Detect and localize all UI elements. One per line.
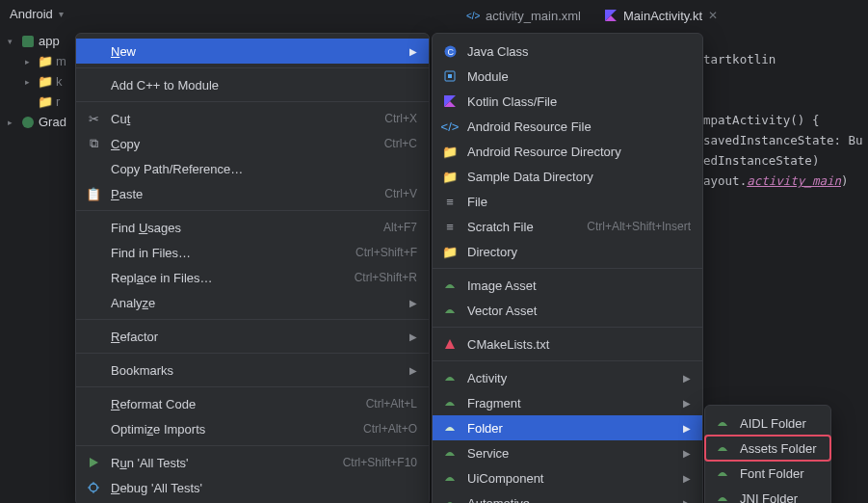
chevron-right-icon: ▶ xyxy=(409,46,417,57)
menu-item-android-resource-directory[interactable]: 📁 Android Resource Directory xyxy=(433,139,702,164)
separator xyxy=(76,445,429,446)
file-icon: ≡ xyxy=(442,195,458,209)
debug-icon xyxy=(86,482,101,493)
chevron-right-icon: ▶ xyxy=(683,423,691,434)
menu-item-cut[interactable]: ✂ CutCut Ctrl+X xyxy=(76,106,429,131)
menu-item-aidl-folder[interactable]: AIDL Folder xyxy=(705,410,830,436)
svg-rect-0 xyxy=(22,36,34,47)
menu-item-activity[interactable]: Activity ▶ xyxy=(433,365,702,390)
menu-item-debug-all-tests[interactable]: Debug 'All Tests'Debug 'All Tests' xyxy=(76,475,429,500)
menu-item-service[interactable]: Service ▶ xyxy=(433,440,702,465)
folder-icon: 📁 xyxy=(442,170,458,184)
chevron-down-icon: ▾ xyxy=(8,37,17,46)
chevron-right-icon: ▶ xyxy=(409,331,417,342)
svg-text:C: C xyxy=(447,47,454,57)
chevron-right-icon: ▸ xyxy=(25,57,35,66)
menu-item-uicomponent[interactable]: UiComponent ▶ xyxy=(433,465,702,490)
project-selector[interactable]: Android xyxy=(10,7,53,21)
gradle-icon xyxy=(21,116,35,129)
cmake-icon xyxy=(442,338,458,350)
svg-text:</>: </> xyxy=(466,11,480,21)
menu-item-refactor[interactable]: RefactorRefactor ▶ xyxy=(76,324,429,349)
chevron-right-icon: ▶ xyxy=(683,498,691,504)
folder-icon: 📁 xyxy=(442,245,458,259)
kotlin-icon xyxy=(604,9,618,22)
separator xyxy=(433,360,702,361)
menu-item-module[interactable]: Module xyxy=(433,64,702,89)
android-icon xyxy=(442,447,458,459)
scratch-file-icon: ≡ xyxy=(442,220,458,234)
menu-item-android-resource-file[interactable]: </> Android Resource File xyxy=(433,114,702,139)
menu-item-vector-asset[interactable]: Vector Asset xyxy=(433,298,702,323)
folder-icon: 📁 xyxy=(39,74,52,89)
copy-icon: ⧉ xyxy=(86,136,101,151)
tab-main-activity-kt[interactable]: MainActivity.kt ✕ xyxy=(594,5,727,27)
chevron-right-icon: ▶ xyxy=(409,365,417,376)
svg-marker-5 xyxy=(90,458,98,467)
menu-item-automotive[interactable]: Automotive ▶ xyxy=(433,490,702,503)
menu-item-java-class[interactable]: C Java Class xyxy=(433,39,702,64)
android-icon xyxy=(442,497,458,503)
java-class-icon: C xyxy=(442,45,458,58)
menu-item-copy[interactable]: ⧉ CopyCopy Ctrl+C xyxy=(76,131,429,156)
menu-item-directory[interactable]: 📁 Directory xyxy=(433,239,702,264)
separator xyxy=(76,319,429,320)
menu-item-optimize-imports[interactable]: Optimize ImportsOptimize Imports Ctrl+Al… xyxy=(76,416,429,441)
chevron-right-icon: ▶ xyxy=(683,473,691,484)
menu-item-find-in-files[interactable]: Find in Files… Ctrl+Shift+F xyxy=(76,240,429,265)
close-icon[interactable]: ✕ xyxy=(708,9,718,22)
menu-item-paste[interactable]: 📋 PastePaste Ctrl+V xyxy=(76,181,429,206)
folder-icon: 📁 xyxy=(39,54,52,68)
menu-item-add-cpp[interactable]: Add C++ to Module xyxy=(76,72,429,97)
menu-item-new[interactable]: NNewew ▶ xyxy=(76,39,429,64)
tab-activity-main-xml[interactable]: </> activity_main.xml xyxy=(457,5,591,27)
menu-item-fragment[interactable]: Fragment ▶ xyxy=(433,390,702,415)
menu-item-run-all-tests[interactable]: Run 'All Tests'Run 'All Tests' Ctrl+Shif… xyxy=(76,450,429,475)
tree-label: r xyxy=(56,94,60,109)
menu-item-assets-folder[interactable]: Assets Folder xyxy=(705,436,830,461)
android-icon xyxy=(442,372,458,384)
menu-item-analyze[interactable]: AnalyzeAnalyze ▶ xyxy=(76,290,429,315)
android-icon xyxy=(715,442,730,454)
android-icon xyxy=(442,472,458,484)
menu-item-scratch-file[interactable]: ≡ Scratch File Ctrl+Alt+Shift+Insert xyxy=(433,214,702,239)
svg-point-1 xyxy=(22,117,34,128)
menu-item-find-usages[interactable]: Find UsagesFind Usages Alt+F7 xyxy=(76,215,429,240)
xml-icon: </> xyxy=(442,119,458,134)
menu-item-sample-data-directory[interactable]: 📁 Sample Data Directory xyxy=(433,164,702,189)
folder-icon: 📁 xyxy=(442,145,458,159)
menu-item-copy-path[interactable]: Copy Path/Reference… xyxy=(76,156,429,181)
folder-submenu: AIDL Folder Assets Folder Font Folder JN… xyxy=(704,405,831,503)
editor-area[interactable]: tartkotlin mpatActivity() { savedInstanc… xyxy=(703,29,864,191)
separator xyxy=(76,353,429,354)
separator xyxy=(433,327,702,328)
android-icon xyxy=(715,492,730,503)
scissors-icon: ✂ xyxy=(86,112,101,126)
clipboard-icon: 📋 xyxy=(86,187,101,201)
menu-item-font-folder[interactable]: Font Folder xyxy=(705,461,830,486)
separator xyxy=(76,386,429,387)
menu-item-file[interactable]: ≡ File xyxy=(433,189,702,214)
menu-item-cmakelists[interactable]: CMakeLists.txt xyxy=(433,331,702,357)
xml-icon: </> xyxy=(466,9,480,22)
chevron-right-icon: ▶ xyxy=(409,298,417,308)
tree-label: Grad xyxy=(39,115,66,129)
tree-label: k xyxy=(56,74,63,89)
menu-item-reformat[interactable]: Reformat CodeReformat Code Ctrl+Alt+L xyxy=(76,391,429,416)
module-icon xyxy=(21,35,35,48)
android-icon xyxy=(442,422,458,434)
chevron-right-icon: ▸ xyxy=(25,77,35,87)
menu-item-jni-folder[interactable]: JNI Folder xyxy=(705,486,830,503)
separator xyxy=(433,268,702,269)
chevron-down-icon: ▾ xyxy=(59,9,64,19)
module-icon xyxy=(442,70,458,82)
separator xyxy=(76,67,429,68)
new-submenu: C Java Class Module Kotlin Class/File </… xyxy=(432,33,703,503)
tab-label: MainActivity.kt xyxy=(623,9,702,23)
run-icon xyxy=(86,457,101,468)
menu-item-replace-in-files[interactable]: Replace in Files…Replace in Files… Ctrl+… xyxy=(76,265,429,290)
menu-item-kotlin-class[interactable]: Kotlin Class/File xyxy=(433,89,702,114)
menu-item-folder[interactable]: Folder ▶ xyxy=(433,415,702,440)
menu-item-bookmarks[interactable]: Bookmarks ▶ xyxy=(76,357,429,383)
menu-item-image-asset[interactable]: Image Asset xyxy=(433,273,702,298)
